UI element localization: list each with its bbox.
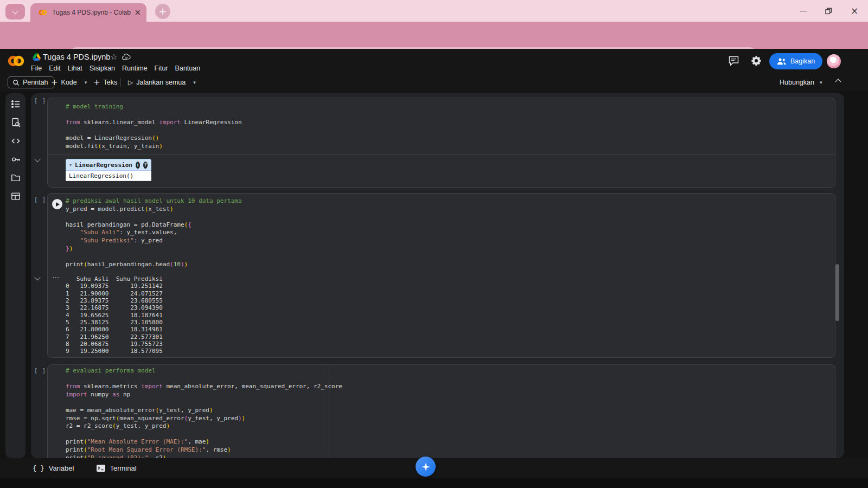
code-cell[interactable]: # model training from sklearn.linear_mod…: [47, 98, 835, 188]
code-line: [66, 111, 831, 119]
scrollbar-thumb[interactable]: [835, 264, 839, 321]
window-bottom-strip: [0, 478, 868, 488]
gemini-assistant-button[interactable]: [416, 457, 436, 477]
code-line: [66, 253, 831, 261]
output-line: 1 21.90000 24.071527: [66, 290, 163, 297]
left-sidebar-rail: [5, 93, 25, 458]
code-line: [66, 127, 831, 135]
add-text-button[interactable]: + Teks: [93, 76, 117, 88]
colab-logo-icon[interactable]: [7, 54, 25, 70]
sparkle-icon: [420, 461, 431, 472]
info-icon[interactable]: i: [136, 162, 140, 169]
output-line: 0 19.09375 19.251142: [66, 282, 163, 290]
cell-execution-indicator[interactable]: [ ]: [34, 97, 46, 104]
output-line: 9 19.25000 18.577095: [66, 348, 163, 355]
terminal-button[interactable]: Terminal: [110, 464, 136, 472]
code-line: print("Root Mean Squared Error (RMSE):",…: [66, 446, 831, 454]
code-line: model = LinearRegression(): [66, 134, 831, 143]
output-line: 3 22.16875 23.094390: [66, 304, 163, 311]
variables-button[interactable]: Variabel: [49, 464, 74, 472]
estimator-title: LinearRegression: [75, 162, 132, 169]
chevron-down-icon[interactable]: ▾: [820, 80, 822, 85]
output-line: 7 21.96250 22.577301: [66, 333, 163, 341]
add-code-button[interactable]: + Kode ▾: [51, 76, 87, 88]
code-editor[interactable]: # model training from sklearn.linear_mod…: [66, 103, 831, 151]
window-close-button[interactable]: ×: [846, 0, 863, 22]
secrets-key-icon[interactable]: [11, 155, 21, 164]
divider: [48, 154, 835, 155]
add-code-label: Kode: [61, 79, 77, 86]
share-button[interactable]: Bagikan: [769, 53, 822, 69]
drive-icon: [33, 53, 41, 63]
code-line: rmse = np.sqrt(mean_squared_error(y_test…: [66, 415, 831, 423]
cell-execution-indicator[interactable]: [ ]: [34, 196, 46, 203]
menu-tools[interactable]: Fitur: [155, 65, 168, 72]
data-table-icon[interactable]: [11, 191, 21, 201]
browser-tab-strip: Tugas 4 PDS.ipynb - Colab × + ×: [0, 0, 868, 22]
output-menu-icon[interactable]: ⋯: [52, 273, 60, 281]
account-avatar[interactable]: [827, 54, 841, 68]
chevron-down-icon[interactable]: ▾: [193, 80, 196, 85]
estimator-repr: LinearRegression(): [66, 171, 151, 181]
notebook-title[interactable]: Tugas 4 PDS.ipynb: [43, 53, 110, 61]
command-label: Perintah: [23, 79, 48, 86]
code-cell[interactable]: # prediksi awal hasil model untuk 10 dat…: [47, 193, 835, 358]
new-tab-button[interactable]: +: [155, 4, 170, 19]
star-notebook-icon[interactable]: ☆: [110, 52, 117, 62]
output-line: 5 25.38125 23.105800: [66, 319, 163, 326]
tab-close-icon[interactable]: ×: [134, 9, 141, 17]
run-all-button[interactable]: ▷ Jalankan semua ▾: [128, 76, 196, 88]
run-cell-button[interactable]: [52, 199, 62, 209]
collapse-output-icon[interactable]: [34, 156, 40, 162]
cloud-saved-icon[interactable]: [122, 53, 131, 63]
tab-title: Tugas 4 PDS.ipynb - Colab: [52, 9, 134, 16]
connect-button[interactable]: Hubungkan ▾: [780, 76, 822, 88]
code-line: "Suhu Prediksi": y_pred: [66, 237, 831, 245]
caret-down-icon: ▾: [69, 163, 72, 168]
code-line: "Suhu Asli": y_test.values,: [66, 229, 831, 237]
settings-gear-icon[interactable]: [751, 55, 762, 68]
collapse-output-icon[interactable]: [34, 274, 40, 280]
find-replace-icon[interactable]: [11, 118, 21, 127]
files-folder-icon[interactable]: [11, 173, 21, 183]
output-line: 4 19.65625 18.187641: [66, 312, 163, 319]
menu-file[interactable]: File: [31, 65, 42, 72]
table-of-contents-icon[interactable]: [11, 99, 21, 109]
code-cell[interactable]: # evaluasi performa model from sklearn.m…: [47, 364, 835, 458]
divider: [48, 273, 835, 273]
code-line: [66, 399, 831, 407]
code-line: print(hasil_perbandingan.head(10)): [66, 261, 831, 269]
code-line: [66, 431, 831, 439]
run-all-label: Jalankan semua: [136, 79, 186, 86]
menu-runtime[interactable]: Runtime: [122, 65, 148, 72]
window-restore-button[interactable]: [820, 0, 837, 22]
people-icon: [777, 57, 786, 65]
menu-help[interactable]: Bantuan: [175, 65, 201, 72]
code-line: print("R-squared (R2):", r2): [66, 454, 831, 458]
menu-edit[interactable]: Edit: [49, 65, 61, 72]
chevron-down-icon[interactable]: ▾: [85, 80, 87, 85]
help-icon[interactable]: ?: [143, 162, 148, 169]
share-label: Bagikan: [790, 57, 815, 65]
code-line: print("Mean Absolute Error (MAE):", mae): [66, 438, 831, 446]
code-line: from sklearn.metrics import mean_absolut…: [66, 383, 831, 391]
estimator-widget-header[interactable]: ▾ LinearRegression i ?: [66, 159, 151, 171]
cell-execution-indicator[interactable]: [ ]: [34, 367, 46, 374]
code-editor[interactable]: # evaluasi performa model from sklearn.m…: [66, 367, 831, 458]
code-line: model.fit(x_train, y_train): [66, 143, 831, 151]
run-all-icon: ▷: [128, 79, 133, 86]
menu-view[interactable]: Lihat: [68, 65, 82, 72]
browser-tab[interactable]: Tugas 4 PDS.ipynb - Colab ×: [30, 3, 146, 22]
cell-output-table: Suhu Asli Suhu Prediksi0 19.09375 19.251…: [66, 275, 163, 355]
code-snippets-icon[interactable]: [11, 136, 21, 146]
tab-search-button[interactable]: [5, 4, 25, 20]
menu-insert[interactable]: Sisipkan: [90, 65, 115, 72]
output-line: 2 23.89375 23.680555: [66, 297, 163, 304]
command-palette-button[interactable]: Perintah: [8, 76, 54, 88]
window-minimize-button[interactable]: [795, 0, 812, 22]
comments-icon[interactable]: [728, 55, 739, 69]
menu-bar: File Edit Lihat Sisipkan Runtime Fitur B…: [31, 65, 200, 72]
notebook-content: [ ] [ ] [ ] # model training from sklear…: [31, 93, 844, 458]
colab-favicon-icon: [38, 9, 47, 16]
code-editor[interactable]: # prediksi awal hasil model untuk 10 dat…: [66, 197, 831, 268]
